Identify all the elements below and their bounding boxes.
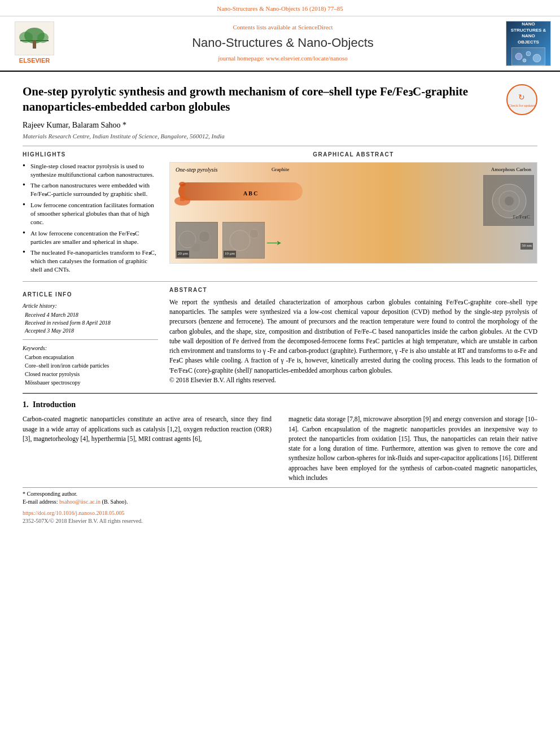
journal-reference-link[interactable]: Nano-Structures & Nano-Objects 16 (2018)… <box>217 5 343 12</box>
svg-point-6 <box>526 51 531 56</box>
article-info-label: ARTICLE INFO <box>23 291 158 299</box>
abstract-label: ABSTRACT <box>169 286 537 294</box>
elsevier-brand-label: ELSEVIER <box>19 56 50 65</box>
svg-point-3 <box>37 33 49 43</box>
svg-point-19 <box>505 196 514 206</box>
contents-available-line: Contents lists available at ScienceDirec… <box>65 23 500 32</box>
elsevier-logo: ELSEVIER <box>9 21 60 65</box>
copyright-notice: © 2018 Elsevier B.V. All rights reserved… <box>169 375 537 385</box>
micrograph-3 <box>483 175 534 226</box>
introduction-columns: Carbon-coated magnetic nanoparticles con… <box>23 414 537 483</box>
svg-rect-4 <box>33 40 36 49</box>
doi-section: https://doi.org/10.1016/j.nanoso.2018.05… <box>23 509 537 517</box>
received-revised-date: Received in revised form 8 April 2018 <box>25 319 158 327</box>
svg-point-14 <box>191 243 200 252</box>
nano-logo-image <box>511 47 545 65</box>
doi-link[interactable]: https://doi.org/10.1016/j.nanoso.2018.05… <box>23 510 124 516</box>
svg-rect-10 <box>180 184 185 201</box>
scale-bar-2: 10 μm <box>224 251 236 257</box>
article-title-section: One-step pyrolytic synthesis and growth … <box>23 84 537 115</box>
footnote-section: * Corresponding author. E-mail address: … <box>23 487 537 506</box>
svg-point-2 <box>19 32 33 43</box>
svg-point-5 <box>515 53 522 60</box>
highlight-item-5: The nucleated Fe-nanoparticles transform… <box>23 248 158 274</box>
homepage-line: journal homepage: www.elsevier.com/locat… <box>65 54 500 63</box>
journal-title: Nano-Structures & Nano-Objects <box>65 34 500 52</box>
graphical-abstract-label: GRAPHICAL ABSTRACT <box>169 151 537 159</box>
keywords-section: Keywords: Carbon encapsulation Core–shel… <box>23 344 158 387</box>
introduction-heading: 1. Introduction <box>23 399 537 410</box>
highlights-label: HIGHLIGHTS <box>23 151 158 159</box>
email-address[interactable]: bsahoo@iisc.ac.in <box>59 499 100 505</box>
article-info-section: ARTICLE INFO Article history: Received 4… <box>23 291 158 387</box>
affiliation-line: Materials Research Centre, Indian Instit… <box>23 132 537 141</box>
info-inner-divider <box>23 339 158 340</box>
highlights-abstract-row: HIGHLIGHTS Single-step closed reactor py… <box>23 151 537 277</box>
amorphous-label: Amorphous Carbon <box>491 166 531 173</box>
article-history-title: Article history: <box>23 302 158 310</box>
article-title: One-step pyrolytic synthesis and growth … <box>23 84 537 115</box>
keyword-1: Carbon encapsulation <box>25 353 158 361</box>
homepage-url-link[interactable]: www.elsevier.com/locate/nanoso <box>266 55 348 62</box>
keyword-2: Core–shell iron/iron carbide particles <box>25 362 158 370</box>
received-date: Received 4 March 2018 <box>25 311 158 319</box>
article-body: One-step pyrolytic synthesis and growth … <box>0 72 560 531</box>
svg-point-8 <box>523 59 526 62</box>
scale-bar-3: 50 nm <box>520 243 533 250</box>
intro-right-col: magnetic data storage [7,8], microwave a… <box>288 414 537 483</box>
highlight-item-4: At low ferrocene concentration the Fe/Fe… <box>23 229 158 246</box>
highlight-item-2: The carbon nanostructures were embedded … <box>23 181 158 198</box>
intro-left-col: Carbon-coated magnetic nanoparticles con… <box>23 414 272 483</box>
keyword-3: Closed reactor pyrolysis <box>25 370 158 378</box>
svg-point-16 <box>250 229 259 238</box>
nano-objects-logo: NANO STRUCTURES & NANO OBJECTS <box>506 21 551 66</box>
pyrolysis-label: One-step pyrolysis <box>176 166 217 174</box>
journal-info-center: Contents lists available at ScienceDirec… <box>65 23 500 64</box>
arrow-graphic: → <box>262 231 286 253</box>
corresponding-note: * Corresponding author. <box>23 490 537 498</box>
keywords-title: Keywords: <box>23 344 158 352</box>
graphical-abstract-image: One-step pyrolysis Graphite Amorphous Ca… <box>169 162 537 264</box>
intro-left-text: Carbon-coated magnetic nanoparticles con… <box>23 414 272 444</box>
issn-line: 2352-507X/© 2018 Elsevier B.V. All right… <box>23 517 537 525</box>
highlights-list: Single-step closed reactor pyrolysis is … <box>23 162 158 274</box>
highlights-section: HIGHLIGHTS Single-step closed reactor py… <box>23 151 158 277</box>
email-line: E-mail address: bsahoo@iisc.ac.in (B. Sa… <box>23 498 537 506</box>
tube-graphic <box>178 182 303 200</box>
highlight-item-3: Low ferrocene concentration facilitates … <box>23 201 158 226</box>
scale-bar-1: 20 μm <box>177 251 189 257</box>
section-divider-1 <box>23 281 537 282</box>
science-direct-link[interactable]: ScienceDirect <box>298 24 333 30</box>
title-divider <box>23 146 537 146</box>
journal-reference-bar: Nano-Structures & Nano-Objects 16 (2018)… <box>0 0 560 16</box>
svg-point-15 <box>230 230 250 251</box>
keyword-4: Mössbauer spectroscopy <box>25 379 158 387</box>
graphite-label: Graphite <box>272 166 290 173</box>
abstract-section: ABSTRACT We report the synthesis and det… <box>169 286 537 387</box>
article-history: Article history: Received 4 March 2018 R… <box>23 302 158 335</box>
elsevier-tree-icon <box>15 21 54 55</box>
accepted-date: Accepted 3 May 2018 <box>25 327 158 335</box>
journal-header: ELSEVIER Contents lists available at Sci… <box>0 16 560 72</box>
main-content-divider <box>23 393 537 394</box>
highlight-item-1: Single-step closed reactor pyrolysis is … <box>23 162 158 179</box>
graphical-abstract-section: GRAPHICAL ABSTRACT One-step pyrolysis Gr… <box>169 151 537 277</box>
email-name: (B. Sahoo). <box>102 499 128 505</box>
introduction-section: 1. Introduction Carbon-coated magnetic n… <box>23 399 537 483</box>
abc-label: A B C <box>243 190 258 198</box>
svg-point-11 <box>179 182 186 186</box>
check-for-updates-badge: ↻ Check for updates <box>506 84 537 115</box>
authors-line: Rajeev Kumar, Balaram Sahoo * <box>23 120 537 131</box>
intro-right-text: magnetic data storage [7,8], microwave a… <box>288 414 537 483</box>
flask-graphic <box>173 178 193 207</box>
svg-point-13 <box>199 231 210 242</box>
abstract-text: We report the synthesis and detailed cha… <box>169 298 537 375</box>
svg-point-7 <box>533 54 541 62</box>
info-abstract-row: ARTICLE INFO Article history: Received 4… <box>23 286 537 387</box>
